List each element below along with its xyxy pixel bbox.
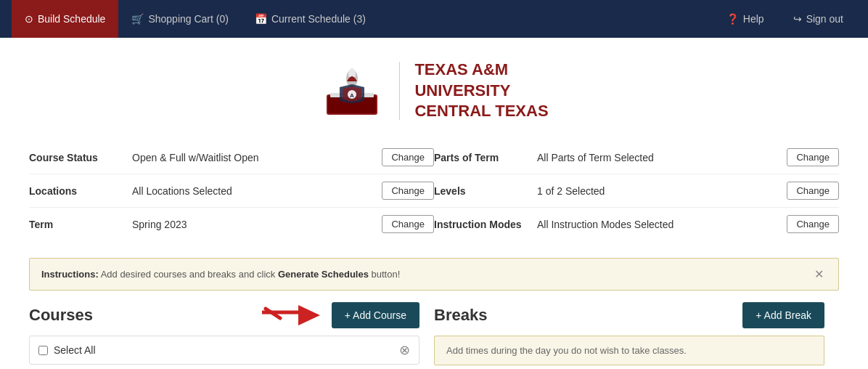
logo-line2: UNIVERSITY bbox=[414, 81, 510, 100]
current-schedule-nav[interactable]: 📅 Current Schedule (3) bbox=[242, 0, 379, 38]
course-status-value: Open & Full w/Waitlist Open bbox=[132, 152, 373, 163]
logo-divider bbox=[399, 62, 400, 120]
courses-section: Courses + Add Course Select All ⊗ bbox=[29, 302, 434, 365]
filter-col-right: Parts of Term All Parts of Term Selected… bbox=[434, 141, 839, 240]
instruction-modes-value: All Instruction Modes Selected bbox=[537, 219, 778, 230]
calendar-icon: 📅 bbox=[255, 13, 267, 25]
help-label: Help bbox=[743, 13, 764, 25]
nav-left: ⊙ Build Schedule 🛒 Shopping Cart (0) 📅 C… bbox=[12, 0, 379, 38]
filter-row-locations: Locations All Locations Selected Change bbox=[29, 174, 434, 208]
breaks-title: Breaks bbox=[434, 306, 487, 325]
build-schedule-icon: ⊙ bbox=[25, 13, 33, 25]
course-status-label: Course Status bbox=[29, 152, 123, 163]
bottom-section: Courses + Add Course Select All ⊗ Breaks bbox=[0, 302, 868, 365]
levels-label: Levels bbox=[434, 185, 528, 197]
filter-row-instruction-modes: Instruction Modes All Instruction Modes … bbox=[434, 208, 839, 240]
levels-value: 1 of 2 Selected bbox=[537, 185, 778, 197]
instruction-modes-change-button[interactable]: Change bbox=[787, 215, 839, 233]
breaks-info-text: Add times during the day you do not wish… bbox=[446, 345, 687, 356]
filter-row-parts-of-term: Parts of Term All Parts of Term Selected… bbox=[434, 141, 839, 174]
logo-section: A TEXAS A&M UNIVERSITY CENTRAL TEXAS bbox=[0, 38, 868, 141]
filter-row-course-status: Course Status Open & Full w/Waitlist Ope… bbox=[29, 141, 434, 174]
sign-out-label: Sign out bbox=[806, 13, 843, 25]
red-arrow-icon bbox=[262, 305, 320, 325]
instruction-text: Instructions: Add desired courses and br… bbox=[41, 269, 400, 280]
add-course-button[interactable]: + Add Course bbox=[332, 302, 419, 328]
shopping-cart-label: Shopping Cart (0) bbox=[148, 13, 229, 25]
locations-label: Locations bbox=[29, 185, 123, 197]
select-all-label: Select All bbox=[54, 344, 96, 356]
parts-of-term-value: All Parts of Term Selected bbox=[537, 152, 778, 163]
help-nav[interactable]: ❓ Help bbox=[713, 0, 777, 38]
current-schedule-label: Current Schedule (3) bbox=[271, 13, 366, 25]
university-logo: A bbox=[319, 58, 385, 123]
instruction-prefix: Instructions: bbox=[41, 269, 99, 280]
breaks-info: Add times during the day you do not wish… bbox=[434, 336, 824, 365]
select-all-checkbox[interactable] bbox=[38, 346, 48, 355]
shopping-cart-icon: 🛒 bbox=[131, 13, 144, 25]
courses-header: Courses + Add Course bbox=[29, 302, 419, 328]
instruction-modes-label: Instruction Modes bbox=[434, 219, 528, 230]
levels-change-button[interactable]: Change bbox=[787, 182, 839, 200]
term-label: Term bbox=[29, 219, 123, 230]
clear-icon[interactable]: ⊗ bbox=[399, 342, 410, 358]
locations-change-button[interactable]: Change bbox=[382, 182, 434, 200]
svg-text:A: A bbox=[351, 92, 355, 99]
help-icon: ❓ bbox=[726, 13, 739, 25]
logo-line1: TEXAS A&M bbox=[414, 60, 508, 78]
filter-row-term: Term Spring 2023 Change bbox=[29, 208, 434, 240]
svg-marker-10 bbox=[298, 305, 320, 325]
course-status-change-button[interactable]: Change bbox=[382, 148, 434, 166]
nav-right: ❓ Help ↪ Sign out bbox=[713, 0, 856, 38]
select-all-row: Select All ⊗ bbox=[29, 336, 419, 365]
instruction-highlight: Generate Schedules bbox=[278, 269, 369, 280]
instruction-body: Add desired courses and breaks and click bbox=[101, 269, 278, 280]
sign-out-nav[interactable]: ↪ Sign out bbox=[780, 0, 856, 38]
navbar: ⊙ Build Schedule 🛒 Shopping Cart (0) 📅 C… bbox=[0, 0, 868, 38]
logo-text: TEXAS A&M UNIVERSITY CENTRAL TEXAS bbox=[414, 60, 548, 122]
sign-out-icon: ↪ bbox=[793, 13, 802, 25]
parts-of-term-change-button[interactable]: Change bbox=[787, 148, 839, 166]
courses-title: Courses bbox=[29, 306, 93, 325]
filter-section: Course Status Open & Full w/Waitlist Ope… bbox=[0, 141, 868, 252]
parts-of-term-label: Parts of Term bbox=[434, 152, 528, 163]
logo-line3: CENTRAL TEXAS bbox=[414, 102, 548, 120]
instruction-close-button[interactable]: ✕ bbox=[811, 267, 827, 281]
instruction-suffix: button! bbox=[372, 269, 401, 280]
build-schedule-nav[interactable]: ⊙ Build Schedule bbox=[12, 0, 118, 38]
shopping-cart-nav[interactable]: 🛒 Shopping Cart (0) bbox=[118, 0, 242, 38]
add-break-button[interactable]: + Add Break bbox=[742, 302, 824, 328]
filter-col-left: Course Status Open & Full w/Waitlist Ope… bbox=[29, 141, 434, 240]
build-schedule-label: Build Schedule bbox=[38, 13, 105, 25]
term-value: Spring 2023 bbox=[132, 219, 373, 230]
breaks-section: Breaks + Add Break Add times during the … bbox=[434, 302, 839, 365]
instruction-box: Instructions: Add desired courses and br… bbox=[29, 258, 839, 291]
locations-value: All Locations Selected bbox=[132, 185, 373, 197]
term-change-button[interactable]: Change bbox=[382, 215, 434, 233]
filter-row-levels: Levels 1 of 2 Selected Change bbox=[434, 174, 839, 208]
breaks-header: Breaks + Add Break bbox=[434, 302, 824, 328]
